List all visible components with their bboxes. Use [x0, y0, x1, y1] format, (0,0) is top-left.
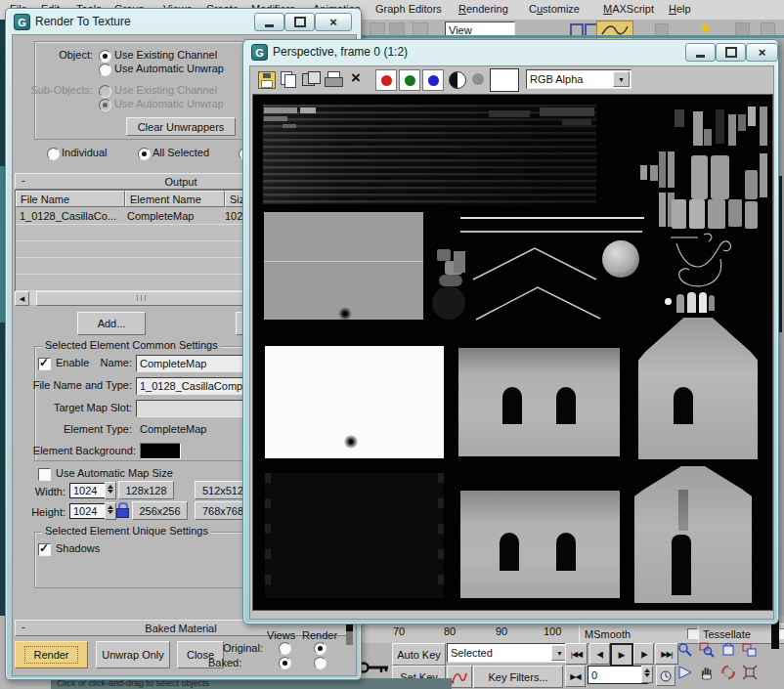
fov-icon: [677, 665, 693, 680]
zoom-extents-all-button[interactable]: [741, 641, 759, 659]
object-label: Object:: [34, 49, 93, 61]
max-logo-icon: G: [14, 14, 30, 30]
enable-label[interactable]: Enable: [56, 357, 89, 368]
menu-rendering[interactable]: Rendering: [458, 3, 508, 15]
zoom-extents-button[interactable]: [719, 641, 737, 659]
individual-label[interactable]: Individual: [62, 147, 107, 158]
size-768-label: 768x768: [202, 505, 243, 517]
baked-texture-preview[interactable]: [252, 94, 773, 611]
object-existing-radio[interactable]: [99, 50, 111, 63]
shadows-label[interactable]: Shadows: [56, 542, 100, 554]
current-frame-field[interactable]: 0: [588, 666, 648, 684]
frame-spinner[interactable]: [641, 666, 653, 683]
scroll-thumb[interactable]: [36, 291, 249, 306]
add-element-button[interactable]: Add...: [77, 312, 146, 335]
render-button-label: Render: [25, 647, 76, 663]
msmooth-settings-box[interactable]: [687, 628, 698, 639]
dropdown-arrow-button[interactable]: ▼: [613, 71, 630, 87]
channel-display-value: RGB Alpha: [530, 73, 583, 85]
scroll-left-button[interactable]: ◀: [15, 291, 29, 306]
restore-button[interactable]: [716, 43, 746, 62]
next-frame-button[interactable]: |▶: [633, 643, 654, 665]
alpha-channel-toggle[interactable]: [472, 73, 484, 85]
zoom-all-button[interactable]: [698, 641, 716, 659]
field-of-view-button[interactable]: [676, 664, 694, 681]
pan-button[interactable]: [698, 664, 716, 681]
channel-display-dropdown[interactable]: RGB Alpha ▼: [526, 69, 632, 89]
zoom-button[interactable]: [676, 641, 694, 659]
maximize-icon: [742, 665, 758, 680]
restore-button[interactable]: [284, 13, 315, 31]
file-name-type-value: 1_0128_CasillaComple: [140, 380, 251, 392]
all-selected-radio[interactable]: [138, 148, 151, 160]
red-channel-toggle[interactable]: [375, 69, 397, 91]
size-128-button[interactable]: 128x128: [118, 481, 174, 499]
go-to-start-button[interactable]: |◀◀: [565, 643, 588, 665]
name-label: Name:: [91, 357, 132, 368]
object-automatic-radio[interactable]: [99, 64, 111, 76]
col-element-name[interactable]: Element Name: [125, 191, 225, 207]
auto-key-button[interactable]: Auto Key: [392, 643, 446, 666]
width-spinner[interactable]: [105, 482, 116, 499]
viewport-top-border: [362, 35, 784, 38]
render-window-client: × RGB Alpha ▼: [249, 65, 774, 620]
width-field[interactable]: 1024: [69, 483, 109, 498]
height-spinner[interactable]: [105, 502, 116, 520]
play-button[interactable]: ▶: [610, 643, 633, 667]
baked-render-radio[interactable]: [314, 657, 327, 669]
height-field[interactable]: 1024: [69, 503, 109, 519]
collapse-icon: -: [22, 174, 25, 186]
individual-radio[interactable]: [47, 148, 60, 160]
enable-checkbox[interactable]: ✓: [38, 358, 51, 370]
save-bitmap-icon[interactable]: [258, 71, 276, 89]
selection-set-dropdown[interactable]: Selected ▼: [447, 643, 570, 663]
minimize-button[interactable]: [685, 43, 716, 62]
close-button[interactable]: ×: [315, 13, 352, 31]
menu-graph-editors[interactable]: Graph Editors: [375, 3, 442, 15]
subobjects-automatic-radio: [99, 99, 111, 111]
clear-bitmap-icon[interactable]: ×: [348, 68, 364, 88]
aspect-lock-icon[interactable]: [116, 502, 128, 517]
col-file-name[interactable]: File Name: [16, 191, 125, 207]
maximize-viewport-toggle[interactable]: [741, 664, 759, 681]
atlas-facade: [458, 348, 620, 456]
monochrome-toggle[interactable]: [449, 71, 466, 89]
size-256-button[interactable]: 256x256: [132, 501, 188, 520]
auto-map-size-label[interactable]: Use Automatic Map Size: [56, 467, 173, 479]
name-value: CompleteMap: [140, 358, 206, 369]
all-selected-label[interactable]: All Selected: [152, 147, 209, 158]
output-rollout-label: Output: [164, 176, 196, 188]
green-channel-toggle[interactable]: [399, 69, 420, 91]
original-views-radio[interactable]: [279, 642, 291, 655]
key-filters-button[interactable]: Key Filters...: [473, 666, 563, 688]
minimize-button[interactable]: [254, 13, 284, 31]
views-column-label: Views: [267, 629, 295, 641]
print-bitmap-icon[interactable]: [325, 71, 342, 87]
render-button[interactable]: Render: [15, 641, 88, 668]
shadows-checkbox[interactable]: ✓: [38, 543, 51, 556]
menu-help[interactable]: Help: [669, 3, 691, 15]
key-mode-toggle[interactable]: ▶◀: [565, 666, 586, 687]
object-automatic-label[interactable]: Use Automatic Unwrap: [114, 63, 224, 74]
baked-views-radio[interactable]: [279, 657, 291, 669]
auto-map-size-checkbox[interactable]: [38, 468, 51, 481]
menu-customize[interactable]: Customize: [529, 3, 580, 15]
keyboard-shortcut-override-icon[interactable]: [358, 659, 391, 676]
original-render-radio[interactable]: [314, 642, 327, 655]
arc-rotate-button[interactable]: [719, 664, 737, 681]
close-button[interactable]: ×: [746, 43, 778, 62]
blue-channel-toggle[interactable]: [422, 69, 444, 91]
menu-maxscript[interactable]: MAXScript: [603, 3, 654, 15]
element-background-swatch[interactable]: [140, 443, 181, 459]
atlas-bottle: [699, 292, 707, 313]
go-to-end-button[interactable]: ▶▶|: [655, 643, 678, 665]
clear-unwrappers-button[interactable]: Clear Unwrappers: [126, 117, 236, 136]
time-configuration-button[interactable]: [656, 666, 675, 686]
copy-bitmap-icon[interactable]: [281, 71, 296, 87]
clear-color-swatch[interactable]: [490, 68, 519, 92]
unwrap-only-button[interactable]: Unwrap Only: [96, 641, 170, 668]
hand-icon: [699, 665, 715, 680]
previous-frame-button[interactable]: ◀|: [589, 643, 610, 665]
clone-window-icon[interactable]: [302, 71, 320, 87]
object-existing-label[interactable]: Use Existing Channel: [114, 49, 217, 61]
